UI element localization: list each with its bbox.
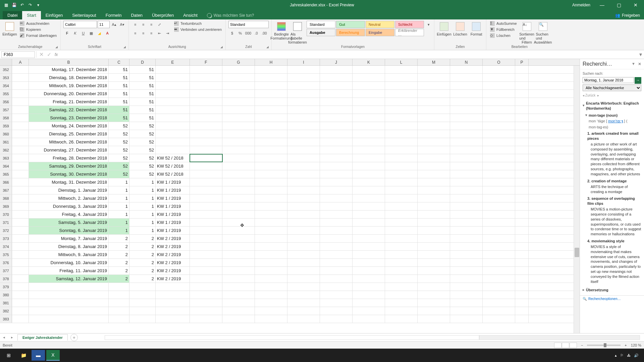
cell[interactable] xyxy=(12,106,29,114)
cell[interactable] xyxy=(483,291,515,299)
cell[interactable]: 1 xyxy=(109,178,129,186)
cell[interactable] xyxy=(12,275,29,283)
cell[interactable]: Montag, 24. Dezember 2018 xyxy=(29,122,109,130)
cell[interactable] xyxy=(385,178,418,186)
cell[interactable] xyxy=(222,219,255,226)
cell[interactable] xyxy=(222,74,255,81)
row-header[interactable]: 362 xyxy=(0,146,12,154)
cell[interactable] xyxy=(385,74,418,81)
row-header[interactable]: 370 xyxy=(0,210,12,218)
col-header-C[interactable]: C xyxy=(109,59,129,65)
cell[interactable] xyxy=(353,98,385,106)
maximize-button[interactable]: ▢ xyxy=(614,2,624,8)
row-header[interactable]: 352 xyxy=(0,66,12,73)
vertical-scrollbar-thumb[interactable] xyxy=(575,248,579,257)
cell[interactable] xyxy=(12,210,29,218)
cell[interactable] xyxy=(320,299,353,307)
styles-more-button[interactable]: ▾ xyxy=(426,21,431,28)
cell[interactable] xyxy=(418,291,450,299)
cell[interactable] xyxy=(190,146,222,154)
cell[interactable] xyxy=(222,114,255,122)
row-header[interactable]: 358 xyxy=(0,114,12,122)
cell[interactable] xyxy=(320,146,353,154)
fill-button[interactable]: ▼Füllbereich xyxy=(489,27,518,32)
align-top-button[interactable]: ≡ xyxy=(131,21,139,28)
cell[interactable] xyxy=(287,170,320,178)
cell[interactable] xyxy=(515,74,529,81)
cell[interactable] xyxy=(418,235,450,242)
cell[interactable]: Mittwoch, 19. Dezember 2018 xyxy=(29,82,109,89)
col-header-K[interactable]: K xyxy=(353,59,385,65)
redo-icon[interactable]: ↷ xyxy=(28,2,33,8)
qat-customize-icon[interactable]: ▾ xyxy=(36,2,41,8)
cell[interactable] xyxy=(320,122,353,130)
cell[interactable]: Dienstag, 25. Dezember 2018 xyxy=(29,130,109,138)
cell[interactable] xyxy=(418,162,450,170)
col-header-I[interactable]: I xyxy=(287,59,320,65)
cell[interactable] xyxy=(255,315,287,323)
cell[interactable] xyxy=(450,178,483,186)
cell[interactable] xyxy=(450,194,483,202)
cell[interactable] xyxy=(222,178,255,186)
cell[interactable] xyxy=(483,186,515,194)
undo-icon[interactable]: ↶ xyxy=(19,2,25,8)
decrease-font-button[interactable]: A▾ xyxy=(118,21,126,28)
col-header-L[interactable]: L xyxy=(385,59,418,65)
cell[interactable] xyxy=(320,243,353,250)
zoom-level[interactable]: 120 % xyxy=(631,343,641,347)
cell[interactable] xyxy=(353,122,385,130)
font-size-select[interactable] xyxy=(98,21,110,28)
cell[interactable] xyxy=(385,170,418,178)
cell[interactable] xyxy=(287,66,320,73)
paste-button[interactable]: Einfügen xyxy=(3,21,17,45)
cell[interactable] xyxy=(450,283,483,291)
row-header[interactable]: 375 xyxy=(0,251,12,258)
row-header[interactable]: 368 xyxy=(0,194,12,202)
cell[interactable] xyxy=(190,114,222,122)
cell[interactable] xyxy=(418,227,450,234)
cell[interactable] xyxy=(515,154,529,162)
cell[interactable] xyxy=(450,243,483,250)
cell[interactable] xyxy=(320,154,353,162)
add-sheet-button[interactable]: + xyxy=(70,334,78,341)
cell[interactable] xyxy=(353,162,385,170)
cell[interactable] xyxy=(12,283,29,291)
cell[interactable]: KW 52 / 2018 xyxy=(156,162,190,170)
format-painter-button[interactable]: 🖌Format übertragen xyxy=(19,33,58,38)
cell[interactable] xyxy=(222,299,255,307)
cell[interactable] xyxy=(222,170,255,178)
cell[interactable] xyxy=(287,243,320,250)
cell[interactable] xyxy=(320,251,353,258)
cell[interactable]: Mittwoch, 26. Dezember 2018 xyxy=(29,138,109,146)
cell[interactable] xyxy=(222,283,255,291)
fx-button[interactable]: fx xyxy=(55,52,58,57)
cell[interactable] xyxy=(385,186,418,194)
cell[interactable] xyxy=(109,307,129,315)
cell[interactable] xyxy=(222,315,255,323)
cell[interactable] xyxy=(12,98,29,106)
cell[interactable] xyxy=(12,90,29,98)
cell[interactable]: 51 xyxy=(129,90,156,98)
horizontal-scrollbar-thumb[interactable] xyxy=(105,336,479,340)
cell[interactable] xyxy=(515,210,529,218)
cell[interactable] xyxy=(190,138,222,146)
cell[interactable] xyxy=(450,267,483,275)
cell[interactable]: 1 xyxy=(109,227,129,234)
cell[interactable] xyxy=(12,299,29,307)
cancel-formula-icon[interactable]: ✕ xyxy=(39,51,44,58)
cell[interactable] xyxy=(255,138,287,146)
thousands-button[interactable]: 000 xyxy=(245,29,252,37)
conditional-formatting-button[interactable]: BedingteFormatierung xyxy=(274,21,288,45)
cell[interactable]: 51 xyxy=(109,114,129,122)
cell[interactable] xyxy=(418,66,450,73)
cell[interactable] xyxy=(222,307,255,315)
minimize-button[interactable]: — xyxy=(597,2,607,8)
cell[interactable] xyxy=(156,98,190,106)
cell[interactable] xyxy=(450,146,483,154)
cell[interactable]: 2 xyxy=(109,235,129,242)
cell[interactable]: KW 1 / 2019 xyxy=(156,178,190,186)
cell[interactable] xyxy=(29,283,109,291)
cell[interactable] xyxy=(418,122,450,130)
cell[interactable] xyxy=(109,299,129,307)
style-schlecht[interactable]: Schlecht xyxy=(395,21,424,28)
